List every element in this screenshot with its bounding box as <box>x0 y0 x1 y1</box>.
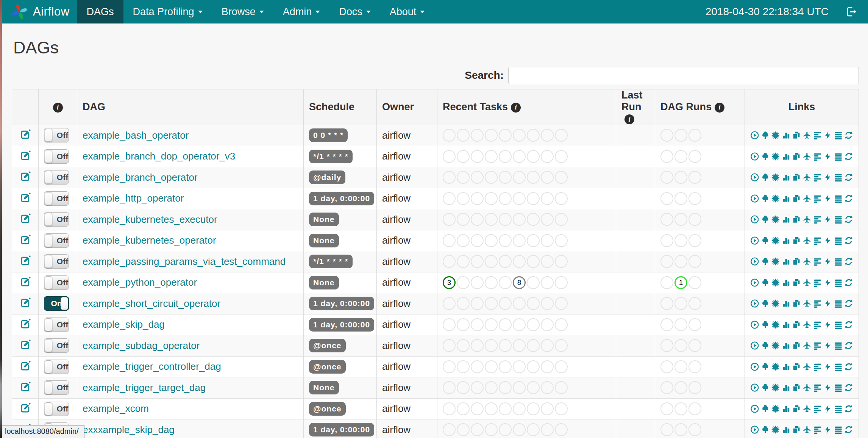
trigger-dag-icon[interactable] <box>750 172 759 182</box>
code-view-icon[interactable] <box>823 194 832 203</box>
task-state-circle[interactable] <box>457 423 470 436</box>
tasks-duration-icon[interactable] <box>782 236 791 246</box>
task-state-circle[interactable] <box>443 297 456 310</box>
task-tries-icon[interactable] <box>792 152 801 161</box>
dag-pause-toggle[interactable]: Off <box>44 233 69 248</box>
dag-run-state-circle[interactable] <box>688 276 701 289</box>
graph-view-icon[interactable] <box>771 194 780 203</box>
task-state-circle[interactable] <box>541 276 554 289</box>
search-input[interactable] <box>508 67 859 84</box>
task-state-circle[interactable] <box>513 255 526 268</box>
edit-dag-icon[interactable] <box>20 402 31 414</box>
edit-dag-icon[interactable] <box>20 360 31 372</box>
logs-icon[interactable] <box>834 341 843 350</box>
task-state-circle[interactable] <box>555 129 568 142</box>
logs-icon[interactable] <box>834 130 843 140</box>
task-state-circle[interactable] <box>499 150 512 163</box>
task-state-circle[interactable] <box>513 423 526 436</box>
graph-view-icon[interactable] <box>771 214 780 224</box>
tree-view-icon[interactable] <box>761 425 770 435</box>
task-state-circle[interactable] <box>457 255 470 268</box>
task-state-circle[interactable] <box>443 150 456 163</box>
task-state-circle[interactable] <box>499 192 512 205</box>
dag-link[interactable]: example_kubernetes_executor <box>83 214 217 225</box>
task-state-circle[interactable]: 8 <box>513 276 526 289</box>
dag-link[interactable]: example_python_operator <box>83 277 197 288</box>
dag-pause-toggle[interactable]: Off <box>44 402 69 416</box>
edit-dag-icon[interactable] <box>20 276 31 288</box>
task-state-circle[interactable] <box>443 255 456 268</box>
task-state-circle[interactable] <box>443 171 456 184</box>
task-tries-icon[interactable] <box>792 172 801 182</box>
nav-item-dags[interactable]: DAGs <box>77 0 123 23</box>
trigger-dag-icon[interactable] <box>750 152 759 161</box>
tree-view-icon[interactable] <box>761 320 770 330</box>
airflow-brand[interactable]: Airflow <box>2 0 77 23</box>
task-state-circle[interactable] <box>443 360 456 373</box>
edit-dag-icon[interactable] <box>20 129 31 140</box>
code-view-icon[interactable] <box>823 236 832 246</box>
dag-run-state-circle[interactable] <box>674 402 687 415</box>
landing-times-icon[interactable] <box>802 341 812 350</box>
landing-times-icon[interactable] <box>802 194 812 203</box>
edit-dag-icon[interactable] <box>20 318 31 330</box>
logs-icon[interactable] <box>834 362 843 372</box>
gantt-view-icon[interactable] <box>813 172 822 182</box>
dag-run-state-circle[interactable] <box>674 213 687 226</box>
task-state-circle[interactable] <box>541 129 554 142</box>
task-state-circle[interactable] <box>471 192 484 205</box>
graph-view-icon[interactable] <box>771 299 780 308</box>
schedule-badge[interactable]: 1 day, 0:00:00 <box>309 192 374 205</box>
task-state-circle[interactable] <box>499 360 512 373</box>
dag-link[interactable]: example_short_circuit_operator <box>83 298 220 309</box>
task-state-circle[interactable] <box>555 234 568 247</box>
logs-icon[interactable] <box>834 194 843 203</box>
trigger-dag-icon[interactable] <box>750 425 759 435</box>
dag-run-state-circle[interactable] <box>660 318 673 331</box>
graph-view-icon[interactable] <box>771 404 780 414</box>
task-state-circle[interactable] <box>541 255 554 268</box>
dag-pause-toggle[interactable]: Off <box>44 360 69 374</box>
landing-times-icon[interactable] <box>802 236 812 246</box>
code-view-icon[interactable] <box>823 383 832 393</box>
dag-run-state-circle[interactable] <box>674 192 687 205</box>
tasks-duration-icon[interactable] <box>782 404 791 414</box>
task-tries-icon[interactable] <box>792 130 801 140</box>
task-state-circle[interactable]: 3 <box>443 276 456 289</box>
task-state-circle[interactable] <box>499 402 512 415</box>
task-state-circle[interactable] <box>527 255 540 268</box>
task-state-circle[interactable] <box>499 297 512 310</box>
task-state-circle[interactable] <box>541 234 554 247</box>
tree-view-icon[interactable] <box>761 299 770 308</box>
task-state-circle[interactable] <box>527 150 540 163</box>
code-view-icon[interactable] <box>823 404 832 414</box>
dag-run-state-circle[interactable] <box>674 150 687 163</box>
task-state-circle[interactable] <box>471 402 484 415</box>
task-state-circle[interactable] <box>471 360 484 373</box>
task-state-circle[interactable] <box>485 381 498 394</box>
dag-run-state-circle[interactable] <box>688 381 701 394</box>
task-state-circle[interactable] <box>471 150 484 163</box>
tasks-duration-icon[interactable] <box>782 278 791 288</box>
refresh-icon[interactable] <box>844 299 853 308</box>
refresh-icon[interactable] <box>844 194 853 203</box>
task-state-circle[interactable] <box>485 213 498 226</box>
tasks-duration-icon[interactable] <box>782 362 791 372</box>
task-state-circle[interactable] <box>485 360 498 373</box>
task-state-circle[interactable] <box>499 276 512 289</box>
task-state-circle[interactable] <box>499 213 512 226</box>
landing-times-icon[interactable] <box>802 130 812 140</box>
dag-pause-toggle[interactable]: Off <box>44 191 69 206</box>
task-tries-icon[interactable] <box>792 362 801 372</box>
dag-run-state-circle[interactable] <box>674 234 687 247</box>
task-state-circle[interactable] <box>513 213 526 226</box>
dag-link[interactable]: example_xcom <box>83 403 149 414</box>
task-state-circle[interactable] <box>499 318 512 331</box>
graph-view-icon[interactable] <box>771 172 780 182</box>
task-state-circle[interactable] <box>555 192 568 205</box>
dag-run-state-circle[interactable] <box>674 297 687 310</box>
trigger-dag-icon[interactable] <box>750 278 759 288</box>
tasks-duration-icon[interactable] <box>782 172 791 182</box>
task-state-circle[interactable] <box>485 297 498 310</box>
tree-view-icon[interactable] <box>761 172 770 182</box>
